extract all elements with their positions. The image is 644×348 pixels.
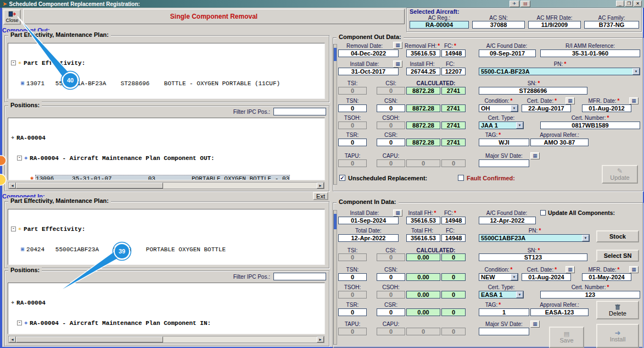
ext-button[interactable]: Ext: [313, 192, 328, 200]
tree-row-selected[interactable]: ✱ 13096 35-31-01-07 03 PORTABLE OXYGEN B…: [8, 175, 324, 180]
in-install-date-field[interactable]: 01-Sep-2024: [338, 217, 399, 224]
scrollbar-track[interactable]: [163, 336, 317, 343]
install-button[interactable]: ➜Install: [596, 324, 639, 348]
ri-amm-reference-field[interactable]: 35-31-01-960: [540, 49, 640, 57]
out-condition-dropdown[interactable]: OH▼: [479, 104, 518, 112]
out-cert-type-dropdown[interactable]: JAA 1▼: [479, 121, 524, 129]
out-pn-dropdown[interactable]: 5500-C1A-BF23A▼: [479, 68, 640, 75]
in-tag-field[interactable]: 1: [479, 308, 529, 316]
out-csr-field[interactable]: 0: [377, 139, 405, 146]
in-install-date-calendar-button[interactable]: ▦: [393, 209, 402, 217]
in-condition-dropdown[interactable]: NEW▼: [479, 273, 518, 281]
removal-date-calendar-button[interactable]: ▦: [393, 42, 402, 49]
out-mfr-date-calendar-button[interactable]: ▦: [629, 97, 639, 104]
scroll-right-icon[interactable]: ►: [317, 336, 324, 343]
maximize-button[interactable]: ❐: [625, 1, 633, 7]
scrollbar-thumb[interactable]: [334, 214, 337, 229]
out-mfr-date-field[interactable]: 01-Aug-2012: [582, 104, 631, 112]
chevron-down-icon[interactable]: ▼: [516, 291, 523, 298]
in-cert-date-calendar-button[interactable]: ▦: [565, 266, 575, 273]
out-cert-date-calendar-button[interactable]: ▦: [565, 97, 575, 104]
out-install-date-field[interactable]: 31-Oct-2017: [338, 68, 399, 75]
chevron-down-icon[interactable]: ▼: [516, 122, 523, 129]
out-positions-tree[interactable]: ✈ RA-00004 - ✚ RA-00004 - Aircraft Maint…: [8, 118, 325, 180]
out-tag-field[interactable]: WJI: [479, 139, 529, 146]
update-button[interactable]: ✎Update: [602, 165, 638, 184]
ac-reg-field[interactable]: RA-00004: [410, 21, 469, 29]
out-tsr-field[interactable]: 0: [338, 139, 367, 146]
out-approval-field[interactable]: AMO 30-87: [530, 139, 589, 146]
chevron-down-icon[interactable]: ▼: [511, 274, 518, 280]
close-window-button[interactable]: ✕: [634, 1, 642, 7]
in-csn-field[interactable]: 0: [377, 273, 405, 281]
in-effectivity-tree[interactable]: - ✳ Part Effectivity: ▣ 20424 5500C1ABF2…: [8, 209, 325, 265]
in-filter-ipc-input[interactable]: [273, 273, 326, 280]
in-approval-field[interactable]: EASA-123: [530, 308, 589, 316]
scrollbar-thumb[interactable]: [16, 183, 163, 189]
tree-row[interactable]: ✈ RA-00004: [8, 134, 324, 141]
removal-fc-field[interactable]: 14948: [441, 49, 466, 57]
scrollbar-thumb[interactable]: [16, 336, 163, 343]
out-filter-ipc-input[interactable]: [273, 108, 326, 115]
out-data-vscrollbar[interactable]: [333, 44, 337, 185]
unscheduled-replacement-checkbox[interactable]: ✓: [339, 175, 345, 181]
out-install-date-calendar-button[interactable]: ▦: [393, 60, 402, 68]
in-positions-hscrollbar[interactable]: ◄ ►: [8, 336, 324, 343]
out-cert-date-field[interactable]: 22-Aug-2017: [522, 104, 571, 112]
titlebar-tool-button-2[interactable]: ▤: [520, 1, 530, 7]
in-positions-tree[interactable]: ✈ RA-00004 - ✚ RA-00004 - Aircraft Maint…: [8, 283, 325, 334]
collapse-toggle-icon[interactable]: -: [17, 321, 22, 325]
scroll-left-icon[interactable]: ◄: [9, 183, 16, 189]
in-csr-field[interactable]: 0: [377, 308, 405, 316]
select-sn-button[interactable]: Select SN: [596, 250, 639, 262]
collapse-toggle-icon[interactable]: -: [17, 156, 22, 161]
tree-row[interactable]: - ✳ Part Effectivity:: [8, 225, 324, 233]
in-sn-field[interactable]: ST123: [479, 253, 587, 261]
chevron-down-icon[interactable]: ▼: [582, 235, 589, 241]
out-cert-number-field[interactable]: 0817WB1589: [540, 121, 640, 129]
in-cert-date-field[interactable]: 01-Aug-2024: [522, 273, 571, 281]
save-button[interactable]: ▤Save: [549, 327, 584, 348]
chevron-down-icon[interactable]: ▼: [632, 68, 640, 75]
scroll-right-icon[interactable]: ►: [317, 183, 324, 189]
total-fh-field[interactable]: 35616.53: [406, 234, 440, 242]
in-tsr-field[interactable]: 0: [338, 308, 367, 316]
in-ac-found-date-field[interactable]: 12-Apr-2022: [479, 217, 536, 224]
out-tsn-field[interactable]: 0: [338, 104, 367, 112]
removal-fh-field[interactable]: 35616.53: [406, 49, 440, 57]
minimize-button[interactable]: _: [616, 1, 624, 7]
in-major-sv-calendar-button[interactable]: ▦: [530, 321, 540, 328]
delete-button[interactable]: Delete: [596, 301, 639, 319]
in-tsn-field[interactable]: 0: [338, 273, 367, 281]
total-fc-field[interactable]: 14948: [441, 234, 466, 242]
out-sn-field[interactable]: ST288696: [479, 87, 587, 95]
tree-row[interactable]: ▣ 20424 5500C1ABF23A ST123 PORTABLE OXYG…: [8, 246, 324, 253]
out-install-fh-field[interactable]: 26744.25: [406, 68, 440, 75]
removal-date-field[interactable]: 04-Dec-2022: [338, 49, 399, 57]
collapse-toggle-icon[interactable]: -: [11, 227, 16, 231]
out-major-sv-calendar-button[interactable]: ▦: [530, 152, 540, 159]
close-button[interactable]: Close: [3, 9, 21, 25]
in-cert-type-dropdown[interactable]: EASA 1▼: [479, 291, 524, 299]
in-cert-number-field[interactable]: 123: [540, 291, 640, 299]
out-csn-field[interactable]: 0: [377, 104, 405, 112]
scrollbar-thumb[interactable]: [334, 48, 337, 61]
total-date-field[interactable]: 12-Apr-2022: [338, 234, 399, 242]
out-ac-found-date-field[interactable]: 09-Sep-2017: [479, 49, 536, 57]
in-data-vscrollbar[interactable]: [333, 210, 337, 345]
out-major-sv-date-field[interactable]: [479, 159, 529, 167]
in-mfr-date-field[interactable]: 01-May-2024: [582, 273, 631, 281]
tree-row[interactable]: - ✳ Part Effectivity:: [8, 59, 324, 67]
out-effectivity-tree[interactable]: - ✳ Part Effectivity: ▣ 13071 5500-C1A-B…: [8, 43, 325, 99]
tree-row[interactable]: ✈ RA-00004: [8, 299, 324, 306]
in-install-fh-field[interactable]: 35616.53: [406, 217, 440, 224]
update-all-components-checkbox[interactable]: [540, 210, 546, 216]
scroll-left-icon[interactable]: ◄: [9, 336, 16, 343]
collapse-toggle-icon[interactable]: -: [11, 60, 16, 65]
in-install-fc-field[interactable]: 14948: [441, 217, 466, 224]
scrollbar-track[interactable]: [163, 183, 317, 189]
stock-button[interactable]: Stock: [596, 230, 639, 242]
chevron-down-icon[interactable]: ▼: [511, 105, 518, 112]
tree-row[interactable]: - ✚ RA-00004 - Aircraft Maintenance Plan…: [8, 319, 324, 327]
tree-row[interactable]: - ✚ RA-00004 - Aircraft Maintenance Plan…: [8, 154, 324, 162]
